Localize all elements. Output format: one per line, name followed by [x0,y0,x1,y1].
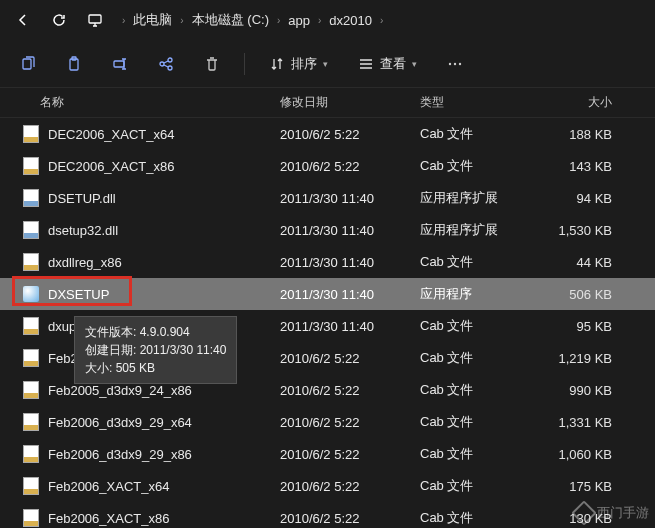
file-row[interactable]: DEC2006_XACT_x862010/6/2 5:22Cab 文件143 K… [0,150,655,182]
file-type: Cab 文件 [420,381,538,399]
copy-button[interactable] [10,46,46,82]
sort-icon [269,56,285,72]
svg-point-6 [168,58,172,62]
file-size: 94 KB [538,191,628,206]
breadcrumb-item[interactable]: app [286,10,312,31]
file-size: 1,331 KB [538,415,628,430]
paste-button[interactable] [56,46,92,82]
sort-button[interactable]: 排序 ▾ [259,49,338,79]
file-size: 143 KB [538,159,628,174]
file-row[interactable]: Feb2006_d3dx9_29_x642010/6/2 5:22Cab 文件1… [0,406,655,438]
breadcrumb[interactable]: › 此电脑 › 本地磁盘 (C:) › app › dx2010 › [116,8,647,32]
file-cab-icon [22,157,40,175]
chevron-down-icon: ▾ [412,59,417,69]
tooltip-line: 大小: 505 KB [85,359,226,377]
file-type: Cab 文件 [420,349,538,367]
file-name: Feb2006_XACT_x86 [48,511,169,526]
column-header-size[interactable]: 大小 [538,94,628,111]
file-row[interactable]: Feb2006_d3dx9_29_x862010/6/2 5:22Cab 文件1… [0,438,655,470]
view-button[interactable]: 查看 ▾ [348,49,427,79]
breadcrumb-item[interactable]: dx2010 [327,10,374,31]
file-size: 188 KB [538,127,628,142]
chevron-right-icon: › [277,15,280,26]
file-name: DEC2006_XACT_x64 [48,127,174,142]
delete-button[interactable] [194,46,230,82]
file-size: 95 KB [538,319,628,334]
svg-rect-0 [89,15,101,23]
file-row[interactable]: DXSETUP2011/3/30 11:40应用程序506 KB [0,278,655,310]
file-row[interactable]: dsetup32.dll2011/3/30 11:40应用程序扩展1,530 K… [0,214,655,246]
file-dll-icon [22,221,40,239]
address-bar: › 此电脑 › 本地磁盘 (C:) › app › dx2010 › [0,0,655,40]
file-type: Cab 文件 [420,157,538,175]
file-type: Cab 文件 [420,509,538,527]
file-size: 175 KB [538,479,628,494]
refresh-button[interactable] [44,5,74,35]
file-cab-icon [22,253,40,271]
file-cab-icon [22,445,40,463]
file-size: 44 KB [538,255,628,270]
chevron-down-icon: ▾ [323,59,328,69]
column-header-date[interactable]: 修改日期 [280,94,420,111]
chevron-right-icon: › [180,15,183,26]
file-date: 2010/6/2 5:22 [280,511,420,526]
file-date: 2010/6/2 5:22 [280,383,420,398]
file-row[interactable]: DEC2006_XACT_x642010/6/2 5:22Cab 文件188 K… [0,118,655,150]
file-type: Cab 文件 [420,445,538,463]
file-row[interactable]: Feb2006_XACT_x642010/6/2 5:22Cab 文件175 K… [0,470,655,502]
file-name: dxdllreg_x86 [48,255,122,270]
file-size: 1,219 KB [538,351,628,366]
toolbar-separator [244,53,245,75]
file-name: Feb2006_d3dx9_29_x86 [48,447,192,462]
share-button[interactable] [148,46,184,82]
more-button[interactable] [437,46,473,82]
svg-point-10 [459,62,461,64]
file-date: 2011/3/30 11:40 [280,223,420,238]
monitor-icon[interactable] [80,5,110,35]
file-name: DEC2006_XACT_x86 [48,159,174,174]
breadcrumb-item[interactable]: 此电脑 [131,8,174,32]
back-button[interactable] [8,5,38,35]
breadcrumb-item[interactable]: 本地磁盘 (C:) [190,8,271,32]
file-name: dsetup32.dll [48,223,118,238]
chevron-right-icon: › [380,15,383,26]
file-type: Cab 文件 [420,477,538,495]
column-header-type[interactable]: 类型 [420,94,538,111]
tooltip-line: 创建日期: 2011/3/30 11:40 [85,341,226,359]
tooltip-line: 文件版本: 4.9.0.904 [85,323,226,341]
file-name: DSETUP.dll [48,191,116,206]
file-date: 2011/3/30 11:40 [280,287,420,302]
file-date: 2010/6/2 5:22 [280,479,420,494]
view-label: 查看 [380,55,406,73]
file-date: 2011/3/30 11:40 [280,255,420,270]
file-size: 506 KB [538,287,628,302]
file-type: Cab 文件 [420,125,538,143]
file-cab-icon [22,317,40,335]
svg-point-5 [160,62,164,66]
svg-rect-2 [70,59,78,70]
sort-label: 排序 [291,55,317,73]
file-cab-icon [22,413,40,431]
watermark-text: 西门手游 [597,504,649,522]
file-type: Cab 文件 [420,253,538,271]
file-row[interactable]: Feb2006_XACT_x862010/6/2 5:22Cab 文件130 K… [0,502,655,528]
watermark-logo-icon [571,500,596,525]
svg-rect-4 [114,61,124,67]
file-row[interactable]: dxdllreg_x862011/3/30 11:40Cab 文件44 KB [0,246,655,278]
svg-point-9 [454,62,456,64]
rename-button[interactable] [102,46,138,82]
file-name: Feb2006_d3dx9_29_x64 [48,415,192,430]
view-icon [358,56,374,72]
file-date: 2010/6/2 5:22 [280,447,420,462]
file-type: 应用程序扩展 [420,221,538,239]
file-cab-icon [22,349,40,367]
file-date: 2010/6/2 5:22 [280,415,420,430]
file-cab-icon [22,125,40,143]
file-date: 2010/6/2 5:22 [280,351,420,366]
file-date: 2011/3/30 11:40 [280,319,420,334]
file-cab-icon [22,381,40,399]
svg-point-8 [449,62,451,64]
file-row[interactable]: DSETUP.dll2011/3/30 11:40应用程序扩展94 KB [0,182,655,214]
file-type: Cab 文件 [420,413,538,431]
column-header-name[interactable]: 名称 [0,94,280,111]
